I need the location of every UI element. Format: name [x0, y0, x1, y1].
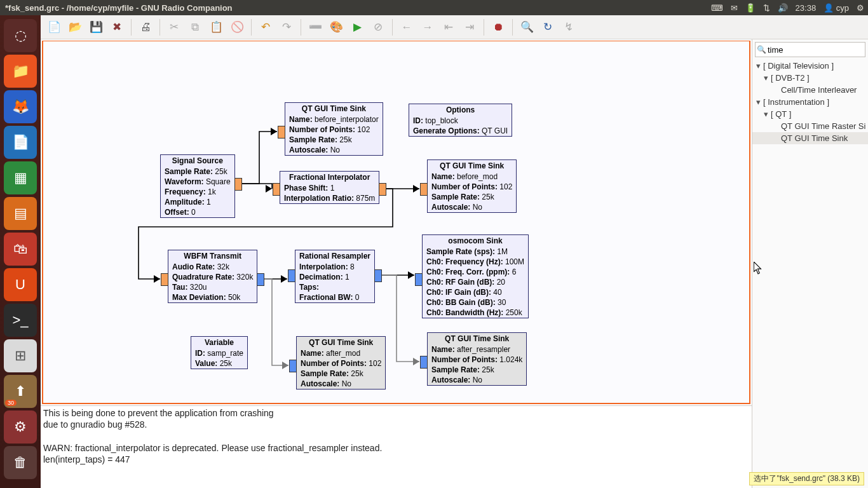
launcher-ubuntuone[interactable]: U: [4, 268, 37, 301]
port[interactable]: [379, 183, 386, 196]
port[interactable]: [374, 269, 382, 282]
launcher-grc[interactable]: ⊞: [4, 339, 37, 372]
undo-button[interactable]: ↶: [256, 18, 275, 37]
port[interactable]: [161, 273, 168, 286]
launcher-writer[interactable]: 📄: [4, 126, 37, 159]
block-resamp[interactable]: Rational ResamplerInterpolation: 8Decima…: [295, 250, 375, 303]
print-button[interactable]: 🖨: [136, 18, 155, 37]
port[interactable]: [415, 273, 423, 286]
open-button[interactable]: 📂: [65, 18, 85, 37]
block-tsink1[interactable]: QT GUI Time SinkName: before_interpolato…: [285, 102, 383, 156]
forward-button[interactable]: →: [418, 18, 437, 37]
delete-button[interactable]: 🚫: [227, 18, 247, 37]
battery-indicator[interactable]: 🔋: [742, 3, 759, 13]
unity-panel: *fsk_send.grc - /home/cyp/myfile - GNU R…: [0, 0, 868, 15]
variables-button[interactable]: 🎨: [327, 18, 346, 37]
save-button[interactable]: 💾: [86, 18, 105, 37]
tree-item[interactable]: QT GUI Time Sink: [752, 132, 868, 144]
copy-button[interactable]: ⧉: [186, 18, 205, 37]
cut-button[interactable]: ✂: [165, 18, 184, 37]
port[interactable]: [420, 356, 428, 369]
launcher-terminal[interactable]: >_: [4, 304, 37, 337]
system-indicator[interactable]: ⚙: [853, 3, 868, 13]
port[interactable]: [289, 360, 297, 372]
redo-button[interactable]: ↷: [277, 18, 296, 37]
block-options[interactable]: OptionsID: top_blockGenerate Options: QT…: [409, 104, 512, 137]
launcher-software[interactable]: 🛍: [4, 233, 37, 266]
launcher-trash[interactable]: 🗑: [4, 446, 37, 479]
window-title: *fsk_send.grc - /home/cyp/myfile - GNU R…: [0, 3, 238, 13]
launcher-calc[interactable]: ▦: [4, 161, 37, 194]
launcher-dash[interactable]: ◌: [4, 19, 37, 52]
back-button[interactable]: ←: [397, 18, 416, 37]
tree-item[interactable]: ▾[ Digital Television ]: [752, 60, 868, 72]
port[interactable]: [278, 126, 285, 139]
launcher-settings[interactable]: ⚙: [4, 410, 37, 444]
ubuntu-launcher: ◌📁🦊📄▦▤🛍U>_⊞⬆30⚙🗑: [0, 15, 41, 488]
toolbar: 📄 📂 💾 ✖ 🖨 ✂ ⧉ 📋 🚫 ↶ ↷ ➖ 🎨 ▶ ⊘ ← → ⇤ ⇥ ⏺ …: [41, 15, 868, 39]
search-box[interactable]: 🔍 ✖: [755, 42, 865, 57]
stop-button[interactable]: ⊘: [369, 18, 388, 37]
port[interactable]: [234, 178, 242, 191]
new-button[interactable]: 📄: [44, 18, 64, 37]
help-button[interactable]: ↯: [559, 18, 578, 37]
search-input[interactable]: [766, 45, 868, 55]
port[interactable]: [420, 183, 428, 196]
launcher-firefox[interactable]: 🦊: [4, 90, 37, 123]
console: This is being done to prevent the applic…: [41, 405, 752, 488]
block-sig[interactable]: Signal SourceSample Rate: 25kWaveform: S…: [160, 154, 235, 218]
close-button[interactable]: ✖: [107, 18, 126, 37]
run-button[interactable]: ▶: [348, 18, 367, 37]
user-indicator[interactable]: 👤 cyp: [820, 3, 853, 13]
tree-item[interactable]: QT GUI Time Raster Si: [752, 120, 868, 132]
search-icon: 🔍: [757, 45, 766, 54]
block-tsink2[interactable]: QT GUI Time SinkName: before_modNumber o…: [427, 159, 517, 213]
block-wbfm[interactable]: WBFM TransmitAudio Rate: 32kQuadrature R…: [168, 250, 257, 303]
flowgraph-canvas[interactable]: OptionsID: top_blockGenerate Options: QT…: [42, 41, 750, 404]
tree-item[interactable]: ▾[ Instrumentation ]: [752, 96, 868, 108]
block-library-sidebar: 🔍 ✖ ▾[ Digital Television ]▾[ DVB-T2 ]Ce…: [752, 39, 868, 488]
reload-button[interactable]: ↻: [538, 18, 557, 37]
tree-item[interactable]: ▾[ DVB-T2 ]: [752, 72, 868, 84]
grc-window: 📄 📂 💾 ✖ 🖨 ✂ ⧉ 📋 🚫 ↶ ↷ ➖ 🎨 ▶ ⊘ ← → ⇤ ⇥ ⏺ …: [41, 15, 868, 488]
status-tooltip: 选中了"fsk_send.grc" (38.3 KB): [749, 472, 864, 485]
find-button[interactable]: 🔍: [517, 18, 536, 37]
block-tsink4[interactable]: QT GUI Time SinkName: after_resamplerNum…: [427, 332, 527, 386]
port[interactable]: [257, 273, 264, 286]
network-indicator[interactable]: ⇅: [759, 3, 774, 13]
record-button[interactable]: ⏺: [489, 18, 508, 37]
block-var[interactable]: VariableID: samp_rateValue: 25k: [191, 336, 248, 369]
zoom-out-button[interactable]: ➖: [306, 18, 325, 37]
block-interp[interactable]: Fractional InterpolatorPhase Shift: 1Int…: [280, 171, 379, 204]
launcher-files[interactable]: 📁: [4, 55, 37, 88]
prev-button[interactable]: ⇤: [439, 18, 458, 37]
tree-item[interactable]: Cell/Time Interleaver: [752, 84, 868, 96]
launcher-impress[interactable]: ▤: [4, 197, 37, 230]
port[interactable]: [288, 269, 295, 282]
mail-indicator[interactable]: ✉: [727, 3, 742, 13]
clock-indicator[interactable]: 23:38: [792, 3, 820, 13]
port[interactable]: [273, 183, 280, 196]
sound-indicator[interactable]: 🔊: [774, 3, 792, 13]
tree-item[interactable]: ▾[ QT ]: [752, 108, 868, 120]
block-tree[interactable]: ▾[ Digital Television ]▾[ DVB-T2 ]Cell/T…: [752, 60, 868, 488]
block-tsink3[interactable]: QT GUI Time SinkName: after_modNumber of…: [296, 336, 386, 390]
launcher-updates[interactable]: ⬆30: [4, 375, 37, 408]
block-osmo[interactable]: osmocom SinkSample Rate (sps): 1MCh0: Fr…: [422, 234, 529, 318]
paste-button[interactable]: 📋: [207, 18, 226, 37]
keyboard-indicator[interactable]: ⌨: [707, 3, 727, 13]
next-button[interactable]: ⇥: [460, 18, 479, 37]
